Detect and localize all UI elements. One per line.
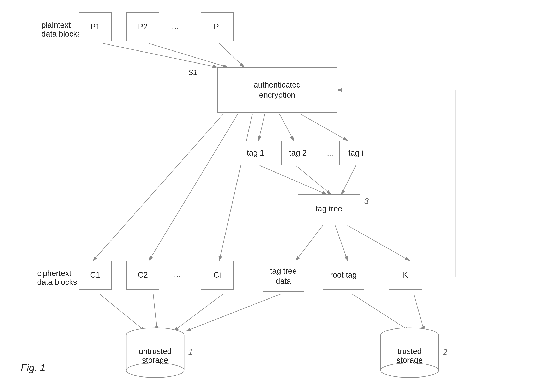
box-P1: P1	[79, 12, 112, 41]
svg-line-6	[300, 114, 348, 141]
svg-line-3	[219, 43, 244, 67]
box-root-tag: root tag	[323, 261, 364, 290]
box-tag2: tag 2	[281, 141, 315, 165]
box-K: K	[389, 261, 422, 290]
dots-tags: ...	[327, 149, 334, 158]
svg-point-28	[126, 363, 184, 378]
svg-point-33	[381, 363, 439, 378]
svg-line-12	[348, 225, 410, 261]
svg-line-8	[296, 165, 331, 195]
diagram: plaintextdata blocks P1 P2 ... Pi S1 aut…	[0, 0, 547, 392]
figure-label: Fig. 1	[21, 362, 46, 373]
step-label-s1: S1	[188, 68, 197, 77]
box-tag-tree-data: tag treedata	[263, 261, 304, 292]
ciphertext-label: ciphertextdata blocks	[37, 269, 77, 287]
svg-line-21	[414, 294, 424, 331]
dots-cipher: ...	[174, 269, 181, 279]
plaintext-label: plaintextdata blocks	[41, 21, 81, 39]
box-Ci: Ci	[201, 261, 234, 290]
svg-line-14	[149, 114, 238, 261]
svg-line-19	[186, 294, 281, 331]
svg-line-16	[99, 294, 145, 331]
box-auth-enc: authenticatedencryption	[217, 67, 337, 113]
box-tagi: tag i	[339, 141, 372, 165]
box-tag1: tag 1	[239, 141, 272, 165]
svg-line-20	[352, 294, 410, 331]
svg-line-4	[259, 114, 265, 141]
svg-line-15	[219, 114, 253, 261]
label-3: 3	[364, 196, 369, 206]
svg-line-2	[149, 43, 228, 67]
box-P2: P2	[126, 12, 159, 41]
svg-line-13	[93, 114, 223, 261]
svg-line-1	[103, 43, 217, 67]
svg-line-9	[341, 165, 356, 195]
svg-line-17	[153, 294, 157, 331]
arrows-layer	[0, 0, 547, 392]
label-1: 1	[188, 348, 193, 357]
cylinder-trusted: trustedstorage	[379, 327, 441, 378]
box-C1: C1	[79, 261, 112, 290]
dots-top: ...	[172, 21, 179, 31]
svg-line-10	[296, 225, 323, 261]
svg-line-18	[174, 294, 223, 331]
box-C2: C2	[126, 261, 159, 290]
svg-line-7	[260, 165, 327, 195]
svg-line-5	[279, 114, 294, 141]
box-tag-tree: tag tree	[298, 195, 360, 223]
label-2: 2	[443, 348, 447, 357]
box-Pi: Pi	[201, 12, 234, 41]
cylinder-untrusted: untrustedstorage	[124, 327, 186, 378]
svg-line-11	[335, 225, 348, 261]
